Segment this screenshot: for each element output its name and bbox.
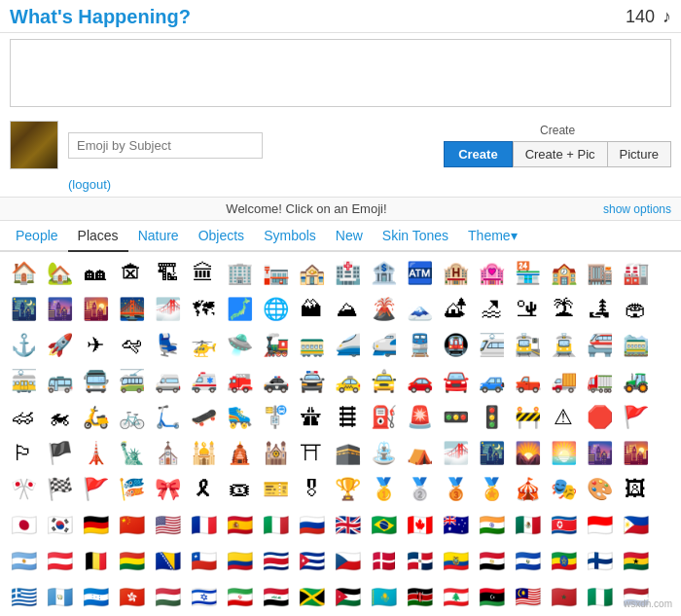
emoji-cell[interactable]: 🚜: [618, 364, 653, 399]
emoji-cell[interactable]: 🚨: [402, 400, 437, 435]
emoji-cell[interactable]: 🚧: [510, 400, 545, 435]
emoji-cell[interactable]: 🚂: [258, 328, 293, 363]
emoji-cell[interactable]: 🇷🇺: [294, 508, 329, 543]
emoji-cell[interactable]: 🇨🇱: [186, 544, 221, 579]
emoji-cell[interactable]: 🇫🇷: [186, 508, 221, 543]
emoji-cell[interactable]: 🇰🇪: [402, 580, 437, 615]
emoji-cell[interactable]: 🗾: [222, 292, 257, 327]
emoji-cell[interactable]: 🇪🇨: [438, 544, 473, 579]
tab-skin-tones[interactable]: Skin Tones: [373, 221, 458, 252]
emoji-cell[interactable]: 🚄: [330, 328, 365, 363]
emoji-cell[interactable]: 🇮🇹: [258, 508, 293, 543]
emoji-cell[interactable]: 🇯🇲: [294, 580, 329, 615]
emoji-cell[interactable]: 🎨: [582, 472, 617, 507]
emoji-cell[interactable]: 🇧🇴: [114, 544, 149, 579]
emoji-cell[interactable]: 🎌: [6, 472, 41, 507]
emoji-cell[interactable]: 🏫: [546, 256, 581, 291]
emoji-cell[interactable]: 🇨🇴: [222, 544, 257, 579]
emoji-cell[interactable]: 🚦: [474, 400, 509, 435]
emoji-cell[interactable]: 🇧🇪: [78, 544, 113, 579]
emoji-cell[interactable]: 🇬🇭: [618, 544, 653, 579]
emoji-cell[interactable]: 🇮🇶: [258, 580, 293, 615]
emoji-cell[interactable]: 🇨🇳: [114, 508, 149, 543]
emoji-cell[interactable]: 🏁: [42, 472, 77, 507]
show-options-link[interactable]: show options: [603, 202, 671, 216]
emoji-cell[interactable]: 🗽: [114, 436, 149, 471]
emoji-cell[interactable]: 🕌: [186, 436, 221, 471]
emoji-cell[interactable]: 🇩🇰: [366, 544, 401, 579]
emoji-cell[interactable]: 🚁: [186, 328, 221, 363]
emoji-cell[interactable]: 🏧: [402, 256, 437, 291]
emoji-cell[interactable]: 🇪🇬: [474, 544, 509, 579]
emoji-cell[interactable]: 🏭: [618, 256, 653, 291]
tab-objects[interactable]: Objects: [189, 221, 254, 252]
emoji-cell[interactable]: 🇬🇧: [330, 508, 365, 543]
create-button[interactable]: Create: [444, 141, 512, 167]
emoji-cell[interactable]: 🚲: [114, 400, 149, 435]
emoji-cell[interactable]: 🛹: [186, 400, 221, 435]
emoji-cell[interactable]: 🇫🇮: [582, 544, 617, 579]
emoji-cell[interactable]: 🏍: [42, 400, 77, 435]
emoji-cell[interactable]: 🌅: [546, 436, 581, 471]
emoji-cell[interactable]: 🏴: [42, 436, 77, 471]
emoji-cell[interactable]: 🎏: [114, 472, 149, 507]
emoji-cell[interactable]: 🏡: [42, 256, 77, 291]
emoji-cell[interactable]: 🌁: [438, 436, 473, 471]
emoji-cell[interactable]: 🎫: [258, 472, 293, 507]
emoji-cell[interactable]: 🎪: [510, 472, 545, 507]
emoji-subject-input[interactable]: [68, 132, 263, 159]
emoji-cell[interactable]: 🇪🇹: [546, 544, 581, 579]
tab-new[interactable]: New: [326, 221, 373, 252]
emoji-cell[interactable]: 🌁: [150, 292, 185, 327]
emoji-cell[interactable]: 🇧🇷: [366, 508, 401, 543]
emoji-cell[interactable]: 🇮🇱: [186, 580, 221, 615]
emoji-cell[interactable]: 🕋: [330, 436, 365, 471]
emoji-cell[interactable]: 🌃: [474, 436, 509, 471]
emoji-cell[interactable]: 🇩🇴: [402, 544, 437, 579]
emoji-cell[interactable]: 🌋: [366, 292, 401, 327]
emoji-cell[interactable]: 🇧🇦: [150, 544, 185, 579]
tab-people[interactable]: People: [6, 221, 68, 252]
emoji-cell[interactable]: 💺: [150, 328, 185, 363]
emoji-cell[interactable]: 🛣: [294, 400, 329, 435]
emoji-cell[interactable]: 🚊: [546, 328, 581, 363]
emoji-cell[interactable]: 🚌: [42, 364, 77, 399]
emoji-cell[interactable]: 🛩: [114, 328, 149, 363]
emoji-cell[interactable]: 🚚: [546, 364, 581, 399]
emoji-cell[interactable]: 🗻: [402, 292, 437, 327]
emoji-cell[interactable]: 🚓: [258, 364, 293, 399]
emoji-cell[interactable]: 🏞: [582, 292, 617, 327]
emoji-cell[interactable]: 🏚: [114, 256, 149, 291]
emoji-cell[interactable]: 🇰🇿: [366, 580, 401, 615]
emoji-cell[interactable]: 🇳🇬: [582, 580, 617, 615]
emoji-cell[interactable]: 🇺🇸: [150, 508, 185, 543]
emoji-cell[interactable]: 🇱🇧: [438, 580, 473, 615]
emoji-cell[interactable]: 🌐: [258, 292, 293, 327]
emoji-cell[interactable]: 🚇: [438, 328, 473, 363]
emoji-cell[interactable]: 🇨🇺: [294, 544, 329, 579]
emoji-cell[interactable]: 🇱🇾: [474, 580, 509, 615]
emoji-cell[interactable]: 🇮🇷: [222, 580, 257, 615]
emoji-cell[interactable]: 🌃: [6, 292, 41, 327]
emoji-cell[interactable]: 🇦🇹: [42, 544, 77, 579]
emoji-cell[interactable]: 🚗: [402, 364, 437, 399]
tab-theme-[interactable]: Theme▾: [458, 221, 527, 252]
emoji-cell[interactable]: 🏛: [186, 256, 221, 291]
emoji-cell[interactable]: 🎟: [222, 472, 257, 507]
emoji-cell[interactable]: 🚉: [510, 328, 545, 363]
emoji-cell[interactable]: 🛑: [582, 400, 617, 435]
emoji-cell[interactable]: 🏅: [474, 472, 509, 507]
emoji-cell[interactable]: 🚥: [438, 400, 473, 435]
emoji-cell[interactable]: 🇰🇷: [42, 508, 77, 543]
emoji-cell[interactable]: ⚓: [6, 328, 41, 363]
emoji-cell[interactable]: 🏦: [366, 256, 401, 291]
emoji-cell[interactable]: 🇦🇺: [438, 508, 473, 543]
emoji-cell[interactable]: ⛩: [294, 436, 329, 471]
emoji-cell[interactable]: 🚋: [6, 364, 41, 399]
emoji-cell[interactable]: 🚩: [618, 400, 653, 435]
emoji-cell[interactable]: 🚍: [78, 364, 113, 399]
emoji-cell[interactable]: 🇭🇺: [150, 580, 185, 615]
emoji-cell[interactable]: 🚝: [582, 328, 617, 363]
emoji-cell[interactable]: 🎗: [186, 472, 221, 507]
emoji-cell[interactable]: 🗼: [78, 436, 113, 471]
